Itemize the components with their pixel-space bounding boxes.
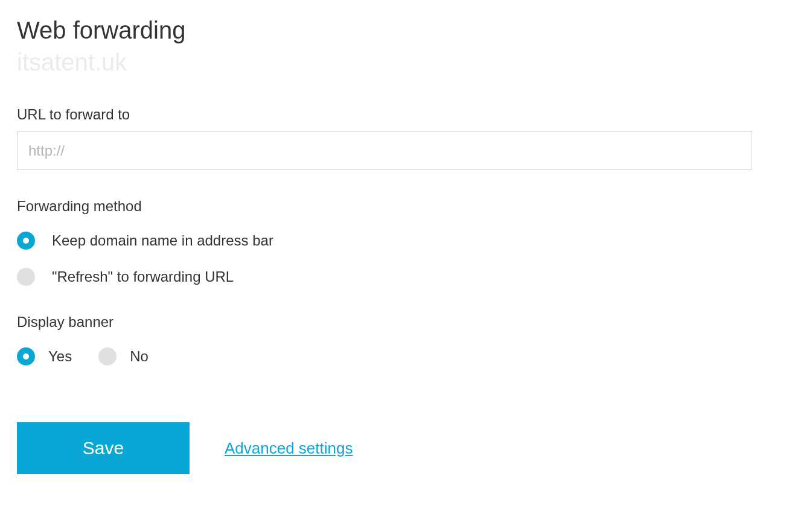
domain-subtitle: itsatent.uk (17, 49, 775, 76)
display-banner-label: Display banner (17, 314, 775, 331)
radio-label: No (130, 348, 148, 365)
radio-banner-no[interactable]: No (98, 347, 148, 366)
url-field-label: URL to forward to (17, 106, 775, 123)
display-banner-group: Yes No (17, 347, 775, 366)
display-banner-section: Display banner Yes No (17, 314, 775, 366)
forwarding-method-section: Forwarding method Keep domain name in ad… (17, 198, 775, 286)
radio-refresh-url[interactable]: "Refresh" to forwarding URL (17, 268, 775, 286)
url-input[interactable] (17, 131, 752, 170)
save-button[interactable]: Save (17, 422, 190, 474)
radio-label: Yes (48, 348, 72, 365)
radio-button-icon (17, 232, 35, 250)
actions-row: Save Advanced settings (17, 422, 775, 474)
radio-button-icon (17, 347, 35, 366)
forwarding-method-group: Keep domain name in address bar "Refresh… (17, 232, 775, 286)
radio-label: Keep domain name in address bar (52, 232, 273, 249)
page-title: Web forwarding (17, 17, 775, 44)
url-section: URL to forward to (17, 106, 775, 170)
advanced-settings-link[interactable]: Advanced settings (225, 439, 353, 458)
radio-banner-yes[interactable]: Yes (17, 347, 72, 366)
radio-button-icon (98, 347, 117, 366)
radio-button-icon (17, 268, 35, 286)
forwarding-method-label: Forwarding method (17, 198, 775, 215)
radio-keep-domain[interactable]: Keep domain name in address bar (17, 232, 775, 250)
radio-label: "Refresh" to forwarding URL (52, 268, 234, 285)
